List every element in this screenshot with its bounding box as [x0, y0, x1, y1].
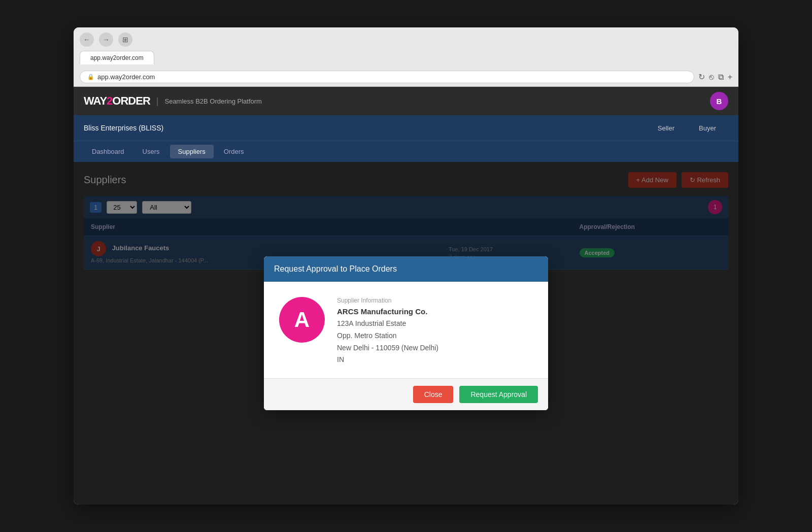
modal-overlay: Request Approval to Place Orders A Suppl…	[74, 162, 738, 505]
forward-button[interactable]: →	[99, 32, 113, 47]
lock-icon: 🔒	[87, 74, 94, 80]
buyer-tab[interactable]: Buyer	[687, 120, 728, 136]
supplier-address-line2: Opp. Metro Station	[337, 330, 533, 342]
company-info: Bliss Enterprises (BLISS)	[84, 124, 163, 132]
modal: Request Approval to Place Orders A Suppl…	[264, 256, 548, 410]
reload-button[interactable]: ↻	[698, 72, 705, 82]
share-button[interactable]: ⎋	[709, 73, 714, 82]
request-approval-button[interactable]: Request Approval	[459, 386, 538, 403]
brand-tagline: Seamless B2B Ordering Platform	[164, 97, 261, 105]
supplier-info-label: Supplier Information	[337, 297, 533, 304]
supplier-info-block: Supplier Information ARCS Manufacturing …	[337, 297, 533, 366]
nav-tab-suppliers[interactable]: Suppliers	[170, 145, 214, 158]
secondary-navbar: Bliss Enterprises (BLISS) Seller Buyer	[74, 115, 738, 141]
supplier-address-line1: 123A Industrial Estate	[337, 318, 533, 330]
browser-tab[interactable]: app.way2order.com	[80, 51, 154, 64]
modal-body: A Supplier Information ARCS Manufacturin…	[264, 282, 548, 378]
address-bar[interactable]: 🔒 app.way2order.com	[80, 71, 694, 83]
app-content: WAY2ORDER | Seamless B2B Ordering Platfo…	[74, 87, 738, 505]
user-avatar[interactable]: B	[710, 92, 728, 110]
brand-divider: |	[156, 96, 159, 107]
page-body: Suppliers + Add New ↻ Refresh 1 25 50 10…	[74, 162, 738, 505]
nav-tab-dashboard[interactable]: Dashboard	[84, 145, 132, 158]
back-button[interactable]: ←	[80, 32, 94, 47]
seller-tab[interactable]: Seller	[646, 120, 687, 136]
nav-tab-users[interactable]: Users	[134, 145, 168, 158]
supplier-address-line3: New Delhi - 110059 (New Delhi)	[337, 342, 533, 354]
close-button[interactable]: Close	[413, 386, 454, 403]
url-text: app.way2order.com	[97, 73, 155, 81]
nav-tabs-right: Seller Buyer	[646, 120, 728, 136]
supplier-logo-avatar: A	[279, 297, 325, 343]
modal-footer: Close Request Approval	[264, 378, 548, 410]
browser-chrome: ← → ⊞ app.way2order.com 🔒 app.way2order.…	[74, 27, 738, 87]
nav-tab-orders[interactable]: Orders	[216, 145, 252, 158]
new-tab-button[interactable]: +	[728, 73, 732, 82]
modal-header: Request Approval to Place Orders	[264, 256, 548, 282]
modal-title: Request Approval to Place Orders	[274, 264, 397, 273]
main-nav: Dashboard Users Suppliers Orders	[74, 141, 738, 162]
tab-overview-button[interactable]: ⊞	[118, 32, 132, 47]
brand-logo: WAY2ORDER	[84, 94, 150, 108]
tab-label: app.way2order.com	[90, 54, 144, 61]
copy-button[interactable]: ⧉	[718, 73, 724, 82]
brand: WAY2ORDER | Seamless B2B Ordering Platfo…	[84, 94, 262, 108]
top-navbar: WAY2ORDER | Seamless B2B Ordering Platfo…	[74, 87, 738, 115]
supplier-info-name: ARCS Manufacturing Co.	[337, 307, 533, 316]
supplier-address-line4: IN	[337, 354, 533, 366]
